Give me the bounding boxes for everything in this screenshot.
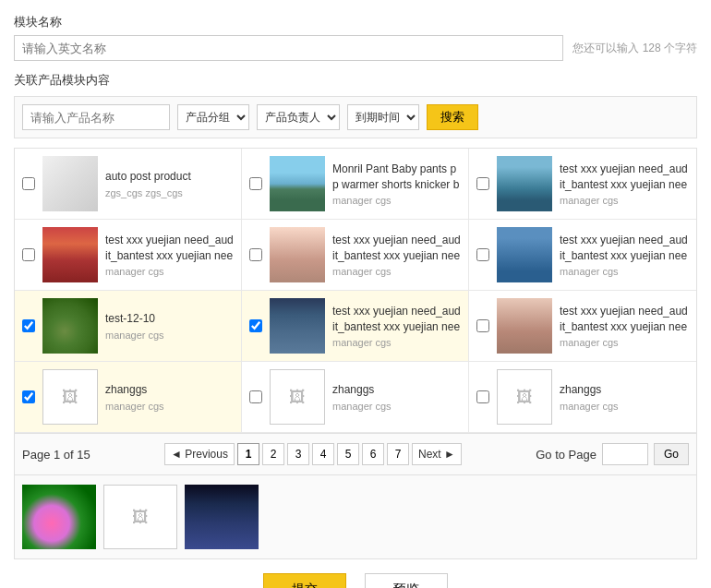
product-name: zhanggs [332,382,461,398]
page-5-button[interactable]: 5 [337,443,359,465]
product-item: 🖼zhanggsmanager cgs [469,362,696,433]
product-meta: manager cgs [560,337,689,348]
product-checkbox[interactable] [476,319,489,332]
product-name: test xxx yuejian need_aud it_bantest xxx… [332,304,461,335]
product-item: test xxx yuejian need_aud it_bantest xxx… [469,149,696,220]
product-meta: manager cgs [560,266,689,277]
action-row: 提交 预览 [14,559,697,588]
product-thumbnail: 🖼 [42,369,98,425]
product-name: test xxx yuejian need_aud it_bantest xxx… [105,233,234,264]
product-name: test xxx yuejian need_aud it_bantest xxx… [560,304,689,335]
product-name: Monril Pant Baby pants p p warmer shorts… [332,162,461,193]
product-item: test xxx yuejian need_aud it_bantest xxx… [469,291,696,362]
product-item: test xxx yuejian need_aud it_bantest xxx… [242,291,469,362]
product-item: test xxx yuejian need_aud it_bantest xxx… [469,220,696,291]
go-page-input[interactable] [602,443,648,465]
product-thumbnail [42,227,98,282]
go-button[interactable]: Go [654,443,689,465]
product-section-label: 关联产品模块内容 [14,72,697,89]
product-name: test-12-10 [105,311,234,327]
preview-thumbnail [22,485,96,549]
page-7-button[interactable]: 7 [387,443,409,465]
module-name-section: 模块名称 您还可以输入 128 个字符 [14,14,697,61]
time-select[interactable]: 到期时间 [347,104,419,130]
page-3-button[interactable]: 3 [287,443,309,465]
preview-button[interactable]: 预览 [365,573,448,588]
product-checkbox[interactable] [249,248,262,261]
go-to-page: Go to Page Go [536,443,689,465]
product-meta: zgs_cgs zgs_cgs [105,187,234,198]
product-info: zhanggsmanager cgs [105,382,234,412]
product-checkbox[interactable] [249,390,262,403]
go-to-page-label: Go to Page [536,448,597,462]
page-info: Page 1 of 15 [22,448,90,462]
product-name: zhanggs [560,382,689,398]
product-item: auto post productzgs_cgs zgs_cgs [15,149,242,220]
product-item: 🖼zhanggsmanager cgs [15,362,242,433]
module-name-label: 模块名称 [14,14,697,30]
page-1-button[interactable]: 1 [237,443,259,465]
product-thumbnail [497,298,552,354]
page-6-button[interactable]: 6 [362,443,384,465]
product-info: test xxx yuejian need_aud it_bantest xxx… [332,233,461,278]
product-info: test xxx yuejian need_aud it_bantest xxx… [560,304,689,349]
product-info: Monril Pant Baby pants p p warmer shorts… [332,162,461,207]
product-meta: manager cgs [105,330,234,341]
product-name: test xxx yuejian need_aud it_bantest xxx… [560,233,689,264]
product-item: test xxx yuejian need_aud it_bantest xxx… [242,220,469,291]
page-4-button[interactable]: 4 [312,443,334,465]
product-thumbnail [270,298,325,354]
owner-select[interactable]: 产品负责人 [257,104,340,130]
product-checkbox[interactable] [476,390,489,403]
product-meta: manager cgs [105,266,234,277]
product-thumbnail [42,156,98,211]
submit-button[interactable]: 提交 [263,573,346,588]
product-thumbnail [497,227,552,282]
product-info: zhanggsmanager cgs [332,382,461,412]
product-meta: manager cgs [332,337,461,348]
module-name-input[interactable] [14,35,563,61]
product-checkbox[interactable] [22,248,35,261]
product-item: Monril Pant Baby pants p p warmer shorts… [242,149,469,220]
product-thumbnail: 🖼 [497,369,552,425]
product-info: test xxx yuejian need_aud it_bantest xxx… [560,233,689,278]
product-checkbox[interactable] [249,177,262,190]
preview-thumbnail [185,485,259,549]
product-name-input[interactable] [22,104,170,130]
product-meta: manager cgs [560,195,689,206]
product-checkbox[interactable] [22,319,35,332]
product-item: 🖼zhanggsmanager cgs [242,362,469,433]
product-info: test xxx yuejian need_aud it_bantest xxx… [332,304,461,349]
product-checkbox[interactable] [476,248,489,261]
product-meta: manager cgs [332,401,461,412]
product-name: test xxx yuejian need_aud it_bantest xxx… [560,162,689,193]
group-select[interactable]: 产品分组 [177,104,249,130]
char-hint: 您还可以输入 128 个字符 [572,41,697,56]
pagination-row: Page 1 of 15 ◄ Previous 1 2 3 4 5 6 7 Ne… [14,434,697,475]
preview-row: 🖼 [14,475,697,559]
product-info: zhanggsmanager cgs [560,382,689,412]
next-button[interactable]: Next ► [412,443,462,465]
product-info: test xxx yuejian need_aud it_bantest xxx… [560,162,689,207]
product-info: auto post productzgs_cgs zgs_cgs [105,169,234,198]
product-checkbox[interactable] [22,390,35,403]
prev-button[interactable]: ◄ Previous [164,443,235,465]
product-name: test xxx yuejian need_aud it_bantest xxx… [332,233,461,264]
product-info: test xxx yuejian need_aud it_bantest xxx… [105,233,234,278]
preview-thumbnail: 🖼 [103,485,177,549]
product-checkbox[interactable] [476,177,489,190]
product-name: zhanggs [105,382,234,398]
search-button[interactable]: 搜索 [427,104,478,130]
page-nav: ◄ Previous 1 2 3 4 5 6 7 Next ► [164,443,462,465]
product-item: test xxx yuejian need_aud it_bantest xxx… [15,220,242,291]
product-checkbox[interactable] [22,177,35,190]
product-grid: auto post productzgs_cgs zgs_cgsMonril P… [14,148,697,434]
product-name: auto post product [105,169,234,185]
page-2-button[interactable]: 2 [262,443,284,465]
product-thumbnail [42,298,98,354]
product-thumbnail [270,156,325,211]
product-meta: manager cgs [560,401,689,412]
product-meta: manager cgs [332,195,461,206]
product-item: test-12-10manager cgs [15,291,242,362]
product-checkbox[interactable] [249,319,262,332]
